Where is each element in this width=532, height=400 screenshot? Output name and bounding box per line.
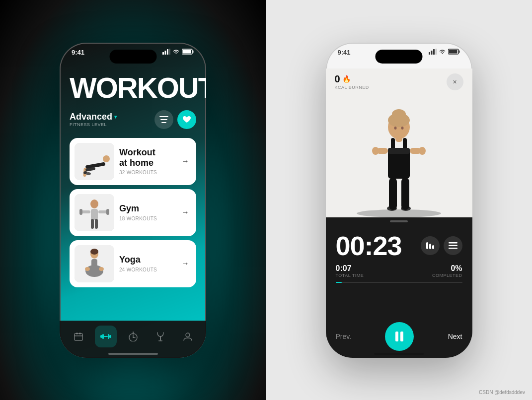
watermark: CSDN @defdsdddev [479,390,525,395]
svg-rect-1 [165,51,166,55]
svg-rect-7 [159,116,168,117]
svg-point-48 [186,333,190,337]
nav-workout[interactable] [95,326,117,347]
svg-rect-34 [76,333,77,334]
completed-label: COMPLETED [432,273,462,278]
right-phone: 9:41 [326,43,472,358]
battery-icon [182,49,194,55]
fitness-level-row: Advanced ▾ FITNESS LEVEL [70,110,196,129]
svg-rect-77 [432,245,434,249]
completed-stat: 0% COMPLETED [432,264,462,278]
svg-rect-20 [81,210,90,213]
workout-at-home-title: Workoutat home [119,147,176,168]
svg-rect-8 [160,119,167,120]
right-status-icons [429,47,460,55]
bottom-nav [60,321,206,358]
person-standing [354,83,444,217]
svg-rect-19 [91,209,98,220]
gym-count: 18 WORKOUTS [119,216,176,221]
favorite-button[interactable] [177,110,196,129]
total-time-label: TOTAL TIME [336,273,364,278]
svg-rect-41 [104,336,108,337]
yoga-arrow: → [181,259,189,268]
gym-thumbnail [75,194,114,231]
pause-icon [394,331,404,342]
svg-rect-43 [133,332,134,333]
profile-icon [183,332,193,341]
svg-rect-47 [158,340,162,341]
filter-button[interactable] [154,110,173,129]
right-home-indicator [374,353,424,355]
yoga-card[interactable]: Yoga 24 WORKOUTS → [70,240,196,287]
svg-rect-37 [100,335,102,338]
workout-at-home-card[interactable]: Workoutat home 32 WORKOUTS → [70,138,196,185]
prev-button[interactable]: Prev. [336,333,352,340]
svg-rect-25 [95,219,98,229]
svg-rect-3 [169,49,171,55]
svg-rect-5 [193,50,194,53]
stats-row: 0:07 TOTAL TIME 0% COMPLETED [336,264,462,278]
signal-icon [162,49,170,55]
workout-at-home-info: Workoutat home 32 WORKOUTS [119,147,176,175]
timer-display: 00:23 [336,232,402,259]
svg-rect-78 [449,242,457,244]
svg-rect-9 [161,122,166,123]
svg-rect-60 [401,178,409,210]
svg-rect-33 [75,333,82,340]
yoga-title: Yoga [119,255,176,265]
fitness-icons [154,110,196,129]
right-signal-icon [429,49,437,55]
list-button[interactable] [444,236,462,255]
left-panel: 9:41 [0,0,266,400]
svg-point-72 [392,109,406,119]
nav-timer[interactable] [122,326,144,347]
timer-panel: 00:23 [326,225,472,317]
svg-rect-24 [91,219,94,229]
svg-point-67 [372,147,379,155]
next-button[interactable]: Next [448,333,462,340]
svg-point-68 [419,147,426,155]
svg-rect-6 [183,50,191,53]
right-dynamic-island [376,50,423,64]
nav-diet[interactable] [150,326,171,347]
gym-info: Gym 18 WORKOUTS [119,203,176,221]
app-title: WORKOUT [70,73,196,102]
timer-controls [421,236,462,255]
fitness-level-left: Advanced ▾ FITNESS LEVEL [70,112,117,127]
gym-title: Gym [119,203,176,214]
pause-button[interactable] [385,322,414,351]
svg-rect-50 [431,51,432,55]
progress-bar-container [336,282,462,283]
svg-rect-46 [160,336,161,340]
workout-at-home-image [75,143,114,180]
left-status-time: 9:41 [72,47,84,56]
svg-rect-81 [395,332,398,341]
progress-bar-fill [336,282,342,283]
svg-rect-2 [167,49,168,55]
gym-card[interactable]: Gym 18 WORKOUTS → [70,189,196,236]
svg-rect-80 [449,248,457,249]
right-status-time: 9:41 [338,47,351,56]
svg-point-28 [90,249,98,255]
total-time-stat: 0:07 TOTAL TIME [336,264,364,278]
right-wifi-icon [439,49,446,55]
svg-point-16 [86,172,91,175]
fitness-level-value: Advanced ▾ [70,112,117,122]
svg-rect-51 [433,49,435,55]
close-button[interactable]: × [447,73,463,90]
svg-rect-22 [79,209,82,215]
yoga-thumbnail [75,245,114,282]
nav-profile[interactable] [177,326,199,347]
svg-rect-52 [435,49,437,55]
svg-point-56 [357,209,441,217]
left-phone: 9:41 [60,43,206,358]
dropdown-arrow-icon[interactable]: ▾ [114,114,117,120]
bars-button[interactable] [421,236,440,255]
svg-rect-49 [429,52,430,55]
svg-rect-36 [75,335,82,336]
gym-image [75,194,114,231]
nav-calendar[interactable] [68,326,89,347]
workout-view-area: 0 🔥 KCAL BURNED × [326,68,472,217]
drag-handle-container [326,217,472,225]
right-phone-content: 0 🔥 KCAL BURNED × [326,68,472,358]
